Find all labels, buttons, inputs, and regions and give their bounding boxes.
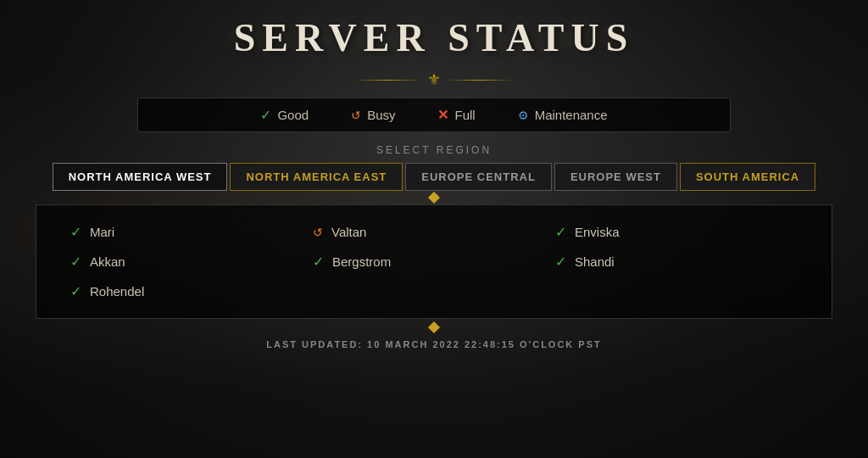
legend-busy-label: Busy (367, 108, 395, 122)
server-item: ✓Mari (70, 217, 313, 247)
top-diamond-connector (430, 191, 438, 204)
good-status-icon: ✓ (555, 254, 566, 270)
region-tab-eu-central[interactable]: EUROPE CENTRAL (405, 163, 552, 191)
maintenance-icon: ⚙ (518, 109, 529, 122)
good-status-icon: ✓ (555, 224, 566, 240)
server-name: Shandi (575, 254, 615, 269)
busy-icon: ↺ (351, 109, 361, 122)
main-content: SERVER STATUS ⚜ ✓ Good ↺ Busy ✕ Full ⚙ M… (0, 0, 868, 458)
busy-status-icon: ↺ (313, 226, 323, 239)
diamond-top (428, 192, 440, 204)
select-region-label: SELECT REGION (376, 144, 492, 156)
last-updated-label: LAST UPDATED: (266, 339, 363, 349)
server-panel: ✓Mari↺Valtan✓Enviska✓Akkan✓Bergstrom✓Sha… (36, 204, 832, 319)
good-status-icon: ✓ (70, 254, 81, 270)
region-tab-na-east[interactable]: NORTH AMERICA EAST (230, 163, 403, 191)
server-name: Mari (90, 225, 114, 239)
last-updated-value: 10 MARCH 2022 22:48:15 O'CLOCK PST (367, 339, 602, 349)
server-item: ✓Akkan (70, 247, 313, 276)
legend-good: ✓ Good (260, 107, 309, 123)
region-tab-south-america[interactable]: SOUTH AMERICA (680, 163, 815, 191)
legend-good-label: Good (277, 108, 309, 122)
good-status-icon: ✓ (313, 254, 324, 270)
region-tabs: NORTH AMERICA WEST NORTH AMERICA EAST EU… (53, 163, 816, 191)
server-item: ↺Valtan (313, 217, 555, 247)
server-item: ✓Shandi (555, 247, 798, 276)
region-tab-eu-west[interactable]: EUROPE WEST (554, 163, 677, 191)
server-item (313, 276, 555, 306)
diamond-bottom (428, 321, 440, 333)
full-icon: ✕ (437, 107, 448, 123)
legend-maintenance-label: Maintenance (535, 108, 608, 122)
good-status-icon: ✓ (70, 224, 81, 240)
server-item: ✓Bergstrom (313, 247, 555, 276)
server-name: Valtan (331, 225, 366, 239)
legend-bar: ✓ Good ↺ Busy ✕ Full ⚙ Maintenance (137, 98, 731, 132)
good-icon: ✓ (260, 107, 271, 123)
legend-busy: ↺ Busy (351, 107, 395, 123)
server-item: ✓Enviska (555, 217, 798, 247)
server-item (555, 276, 798, 306)
server-name: Akkan (90, 254, 125, 269)
region-tab-na-west[interactable]: NORTH AMERICA WEST (53, 163, 228, 191)
bottom-diamond-connector (430, 321, 438, 334)
page-title: SERVER STATUS (234, 15, 635, 60)
server-name: Bergstrom (332, 254, 391, 269)
server-item: ✓Rohendel (70, 276, 313, 306)
legend-maintenance: ⚙ Maintenance (518, 107, 608, 123)
server-grid: ✓Mari↺Valtan✓Enviska✓Akkan✓Bergstrom✓Sha… (70, 217, 798, 306)
ornament-divider: ⚜ (354, 70, 514, 89)
server-name: Rohendel (90, 284, 144, 299)
server-name: Enviska (575, 225, 620, 239)
legend-full: ✕ Full (437, 107, 475, 123)
last-updated: LAST UPDATED: 10 MARCH 2022 22:48:15 O'C… (266, 339, 602, 349)
good-status-icon: ✓ (70, 283, 81, 299)
legend-full-label: Full (454, 108, 475, 122)
